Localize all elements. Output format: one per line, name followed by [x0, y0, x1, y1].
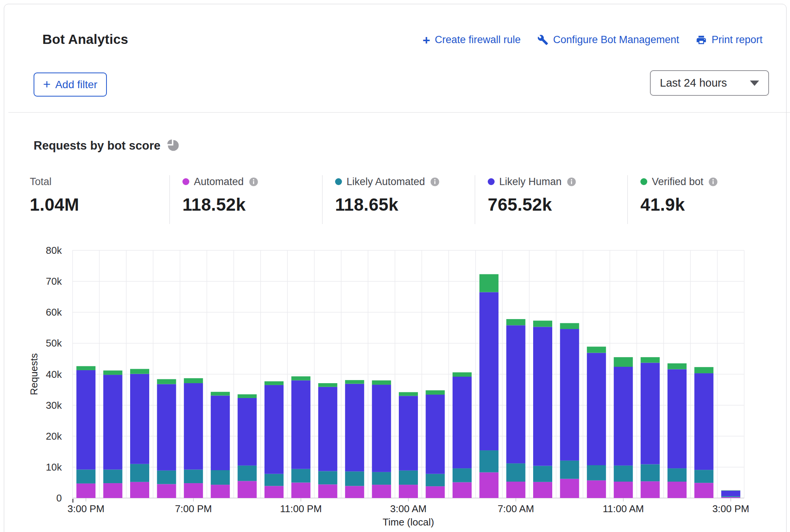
- bar-group-4-00-pm[interactable]: [103, 371, 123, 498]
- bar-segment[interactable]: [641, 363, 660, 464]
- bar-segment[interactable]: [130, 374, 149, 464]
- add-filter-button[interactable]: + Add filter: [34, 73, 107, 97]
- bar-segment[interactable]: [103, 483, 123, 498]
- bar-segment[interactable]: [345, 384, 364, 472]
- bar-group-9-00-pm[interactable]: [238, 394, 257, 498]
- bar-segment[interactable]: [318, 471, 337, 484]
- bar-segment[interactable]: [560, 323, 579, 329]
- bar-segment[interactable]: [291, 469, 310, 483]
- bar-segment[interactable]: [184, 483, 203, 498]
- bar-segment[interactable]: [641, 464, 660, 482]
- bar-segment[interactable]: [399, 396, 418, 471]
- bar-group-9-00-am[interactable]: [560, 323, 579, 498]
- bar-segment[interactable]: [667, 369, 687, 469]
- bar-segment[interactable]: [694, 483, 713, 498]
- bar-segment[interactable]: [157, 384, 176, 470]
- bar-segment[interactable]: [426, 474, 445, 486]
- bar-segment[interactable]: [587, 480, 606, 498]
- info-icon[interactable]: [248, 177, 259, 187]
- info-icon[interactable]: [430, 177, 440, 187]
- bar-segment[interactable]: [103, 375, 123, 469]
- bar-segment[interactable]: [641, 357, 660, 363]
- bar-segment[interactable]: [533, 327, 552, 466]
- bar-segment[interactable]: [721, 496, 740, 497]
- bar-segment[interactable]: [238, 466, 257, 481]
- bar-segment[interactable]: [694, 373, 713, 470]
- bar-segment[interactable]: [667, 468, 687, 482]
- bar-segment[interactable]: [587, 465, 606, 480]
- bar-segment[interactable]: [721, 491, 740, 497]
- bar-segment[interactable]: [479, 292, 498, 451]
- bar-group-3-00-am[interactable]: [399, 392, 418, 498]
- bar-segment[interactable]: [506, 319, 526, 325]
- bar-segment[interactable]: [76, 469, 95, 484]
- bar-segment[interactable]: [506, 325, 526, 463]
- bar-segment[interactable]: [291, 380, 310, 469]
- bar-group-11-00-pm[interactable]: [291, 376, 310, 498]
- bar-segment[interactable]: [184, 378, 203, 383]
- bar-group-12-00-am[interactable]: [318, 383, 337, 498]
- bar-segment[interactable]: [533, 482, 552, 498]
- bar-segment[interactable]: [345, 486, 364, 498]
- bar-segment[interactable]: [291, 376, 310, 380]
- bar-segment[interactable]: [238, 481, 257, 498]
- bar-group-4-00-am[interactable]: [426, 390, 445, 498]
- bar-segment[interactable]: [506, 463, 526, 482]
- bar-segment[interactable]: [614, 357, 633, 367]
- bar-segment[interactable]: [372, 472, 391, 485]
- bar-segment[interactable]: [238, 394, 257, 398]
- bar-segment[interactable]: [533, 466, 552, 482]
- time-range-select[interactable]: Last 24 hours: [650, 70, 769, 96]
- bar-segment[interactable]: [211, 395, 230, 470]
- bar-segment[interactable]: [560, 461, 579, 479]
- bar-segment[interactable]: [372, 380, 391, 385]
- bar-segment[interactable]: [560, 329, 579, 461]
- bar-segment[interactable]: [614, 367, 633, 466]
- bar-segment[interactable]: [614, 482, 633, 498]
- bar-segment[interactable]: [560, 479, 579, 498]
- bar-segment[interactable]: [479, 274, 498, 292]
- bar-segment[interactable]: [130, 482, 149, 498]
- bar-segment[interactable]: [76, 484, 95, 498]
- bar-segment[interactable]: [453, 377, 472, 468]
- bar-segment[interactable]: [318, 387, 337, 471]
- bar-group-6-00-am[interactable]: [479, 274, 498, 498]
- bar-segment[interactable]: [426, 395, 445, 474]
- bar-segment[interactable]: [157, 379, 176, 384]
- bar-segment[interactable]: [264, 381, 284, 385]
- bar-group-1-00-pm[interactable]: [667, 363, 687, 498]
- print-report-link[interactable]: Print report: [696, 34, 763, 46]
- bar-segment[interactable]: [587, 347, 606, 353]
- bar-group-11-00-am[interactable]: [614, 357, 633, 498]
- bar-segment[interactable]: [587, 353, 606, 465]
- bar-segment[interactable]: [103, 469, 123, 483]
- bar-segment[interactable]: [157, 471, 176, 484]
- bar-segment[interactable]: [694, 367, 713, 373]
- bar-group-7-00-am[interactable]: [506, 319, 526, 498]
- bar-segment[interactable]: [721, 490, 740, 491]
- bar-segment[interactable]: [399, 471, 418, 485]
- bar-segment[interactable]: [184, 469, 203, 483]
- bar-segment[interactable]: [318, 484, 337, 498]
- bar-group-8-00-pm[interactable]: [211, 392, 230, 498]
- bar-group-5-00-am[interactable]: [453, 372, 472, 498]
- bar-segment[interactable]: [399, 392, 418, 396]
- bar-segment[interactable]: [372, 385, 391, 472]
- bar-group-5-00-pm[interactable]: [130, 369, 149, 498]
- bar-group-1-00-am[interactable]: [345, 380, 364, 498]
- bar-segment[interactable]: [345, 471, 364, 486]
- bar-segment[interactable]: [238, 398, 257, 466]
- bar-segment[interactable]: [399, 485, 418, 498]
- bar-segment[interactable]: [694, 470, 713, 483]
- create-firewall-rule-link[interactable]: +Create firewall rule: [422, 34, 521, 46]
- configure-bot-management-link[interactable]: Configure Bot Management: [537, 34, 679, 46]
- bar-segment[interactable]: [211, 392, 230, 396]
- bar-segment[interactable]: [264, 486, 284, 498]
- bar-segment[interactable]: [453, 468, 472, 482]
- bar-segment[interactable]: [479, 472, 498, 498]
- bar-segment[interactable]: [184, 383, 203, 469]
- bar-segment[interactable]: [264, 385, 284, 474]
- bar-group-10-00-pm[interactable]: [264, 381, 284, 498]
- bar-group-12-00-pm[interactable]: [641, 357, 660, 498]
- bar-group-3-00-pm[interactable]: [76, 366, 95, 498]
